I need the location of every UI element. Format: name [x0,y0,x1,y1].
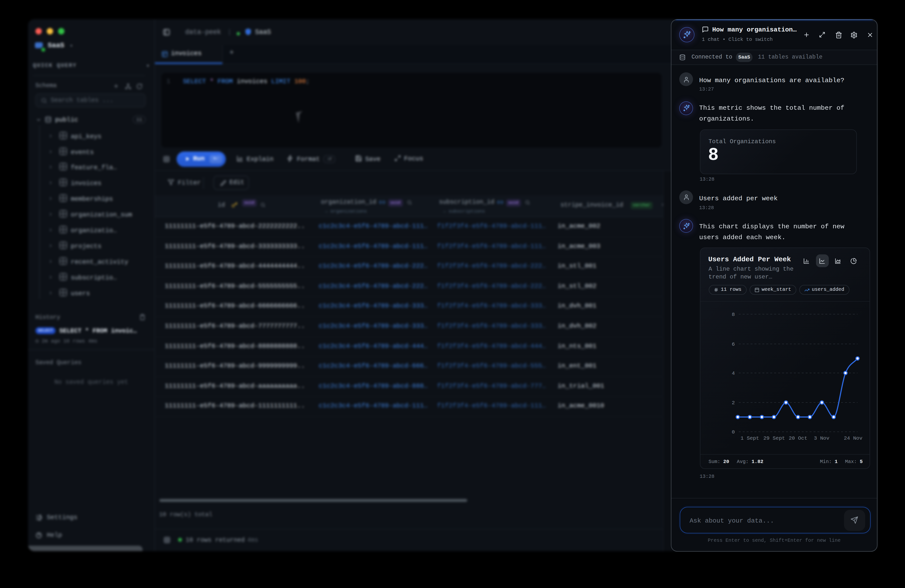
svg-text:4: 4 [731,370,735,376]
svg-text:3 Nov: 3 Nov [813,435,829,441]
svg-text:6: 6 [731,342,735,347]
svg-text:29 Sept: 29 Sept [763,435,785,441]
svg-text:8: 8 [731,312,735,317]
svg-text:0: 0 [731,429,735,435]
svg-text:1 Sept: 1 Sept [740,435,759,441]
svg-text:24 Nov: 24 Nov [843,435,862,441]
svg-text:2: 2 [731,400,735,406]
svg-text:20 Oct: 20 Oct [788,435,807,441]
